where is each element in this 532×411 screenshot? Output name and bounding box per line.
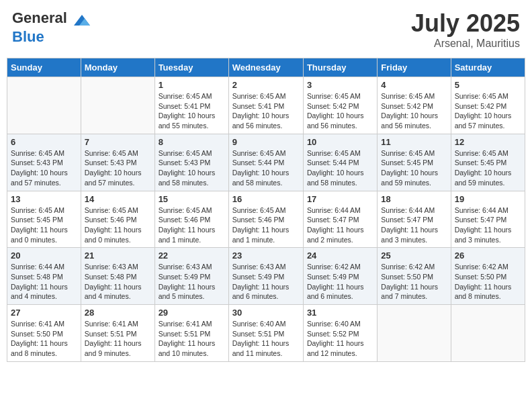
day-info: Sunrise: 6:45 AM Sunset: 5:41 PM Dayligh…	[232, 91, 300, 131]
day-number: 25	[381, 250, 447, 261]
table-row: 9Sunrise: 6:45 AM Sunset: 5:44 PM Daylig…	[228, 134, 303, 191]
day-info: Sunrise: 6:44 AM Sunset: 5:47 PM Dayligh…	[381, 205, 447, 245]
table-row: 17Sunrise: 6:44 AM Sunset: 5:47 PM Dayli…	[303, 191, 377, 248]
day-info: Sunrise: 6:43 AM Sunset: 5:48 PM Dayligh…	[85, 262, 151, 302]
table-row: 25Sunrise: 6:42 AM Sunset: 5:50 PM Dayli…	[378, 248, 451, 305]
logo-icon	[71, 9, 93, 31]
table-row: 20Sunrise: 6:44 AM Sunset: 5:48 PM Dayli…	[7, 248, 81, 305]
table-row: 6Sunrise: 6:45 AM Sunset: 5:43 PM Daylig…	[7, 134, 81, 191]
day-number: 22	[159, 250, 225, 261]
col-saturday: Saturday	[451, 58, 525, 77]
col-friday: Friday	[378, 58, 451, 77]
day-number: 30	[232, 308, 300, 318]
table-row: 28Sunrise: 6:41 AM Sunset: 5:51 PM Dayli…	[81, 305, 154, 362]
day-number: 16	[232, 194, 300, 204]
table-row	[81, 77, 154, 134]
calendar-week-row: 1Sunrise: 6:45 AM Sunset: 5:41 PM Daylig…	[7, 77, 525, 134]
table-row: 26Sunrise: 6:42 AM Sunset: 5:50 PM Dayli…	[451, 248, 525, 305]
day-info: Sunrise: 6:42 AM Sunset: 5:50 PM Dayligh…	[381, 262, 447, 302]
day-info: Sunrise: 6:45 AM Sunset: 5:44 PM Dayligh…	[232, 148, 300, 188]
day-info: Sunrise: 6:45 AM Sunset: 5:46 PM Dayligh…	[85, 205, 151, 245]
table-row: 5Sunrise: 6:45 AM Sunset: 5:42 PM Daylig…	[451, 77, 525, 134]
day-number: 29	[159, 308, 225, 318]
table-row: 16Sunrise: 6:45 AM Sunset: 5:46 PM Dayli…	[228, 191, 303, 248]
table-row: 18Sunrise: 6:44 AM Sunset: 5:47 PM Dayli…	[378, 191, 451, 248]
day-info: Sunrise: 6:45 AM Sunset: 5:43 PM Dayligh…	[159, 148, 225, 188]
calendar-header-row: Sunday Monday Tuesday Wednesday Thursday…	[7, 58, 525, 77]
day-info: Sunrise: 6:42 AM Sunset: 5:49 PM Dayligh…	[307, 262, 373, 302]
table-row: 19Sunrise: 6:44 AM Sunset: 5:47 PM Dayli…	[451, 191, 525, 248]
table-row: 23Sunrise: 6:43 AM Sunset: 5:49 PM Dayli…	[228, 248, 303, 305]
table-row	[451, 305, 525, 362]
day-number: 11	[381, 137, 447, 147]
day-number: 21	[85, 250, 151, 261]
table-row: 14Sunrise: 6:45 AM Sunset: 5:46 PM Dayli…	[81, 191, 154, 248]
table-row: 30Sunrise: 6:40 AM Sunset: 5:51 PM Dayli…	[228, 305, 303, 362]
table-row: 11Sunrise: 6:45 AM Sunset: 5:45 PM Dayli…	[378, 134, 451, 191]
day-number: 26	[455, 250, 521, 261]
table-row: 24Sunrise: 6:42 AM Sunset: 5:49 PM Dayli…	[303, 248, 377, 305]
day-info: Sunrise: 6:45 AM Sunset: 5:42 PM Dayligh…	[381, 91, 447, 131]
day-number: 7	[85, 137, 151, 147]
day-number: 8	[159, 137, 225, 147]
day-info: Sunrise: 6:45 AM Sunset: 5:41 PM Dayligh…	[159, 91, 225, 131]
day-number: 5	[455, 80, 521, 90]
location-subtitle: Arsenal, Mauritius	[411, 38, 520, 50]
table-row: 1Sunrise: 6:45 AM Sunset: 5:41 PM Daylig…	[154, 77, 228, 134]
day-info: Sunrise: 6:41 AM Sunset: 5:51 PM Dayligh…	[159, 319, 225, 359]
day-info: Sunrise: 6:45 AM Sunset: 5:44 PM Dayligh…	[307, 148, 373, 188]
table-row: 27Sunrise: 6:41 AM Sunset: 5:50 PM Dayli…	[7, 305, 81, 362]
table-row: 15Sunrise: 6:45 AM Sunset: 5:46 PM Dayli…	[154, 191, 228, 248]
calendar-week-row: 27Sunrise: 6:41 AM Sunset: 5:50 PM Dayli…	[7, 305, 525, 362]
day-number: 23	[232, 250, 300, 261]
day-number: 20	[11, 250, 77, 261]
table-row: 22Sunrise: 6:43 AM Sunset: 5:49 PM Dayli…	[154, 248, 228, 305]
day-number: 9	[232, 137, 300, 147]
title-block: July 2025 Arsenal, Mauritius	[411, 9, 520, 50]
day-info: Sunrise: 6:45 AM Sunset: 5:42 PM Dayligh…	[307, 91, 373, 131]
day-number: 3	[307, 80, 373, 90]
day-info: Sunrise: 6:44 AM Sunset: 5:47 PM Dayligh…	[307, 205, 373, 245]
col-tuesday: Tuesday	[154, 58, 228, 77]
calendar-table: Sunday Monday Tuesday Wednesday Thursday…	[7, 58, 525, 362]
day-info: Sunrise: 6:45 AM Sunset: 5:43 PM Dayligh…	[11, 148, 77, 188]
day-number: 31	[307, 308, 373, 318]
table-row: 8Sunrise: 6:45 AM Sunset: 5:43 PM Daylig…	[154, 134, 228, 191]
table-row	[7, 77, 81, 134]
day-number: 28	[85, 308, 151, 318]
day-number: 2	[232, 80, 300, 90]
day-info: Sunrise: 6:45 AM Sunset: 5:46 PM Dayligh…	[232, 205, 300, 245]
table-row	[378, 305, 451, 362]
day-info: Sunrise: 6:45 AM Sunset: 5:45 PM Dayligh…	[381, 148, 447, 188]
col-sunday: Sunday	[7, 58, 81, 77]
month-title: July 2025	[411, 9, 520, 38]
table-row: 21Sunrise: 6:43 AM Sunset: 5:48 PM Dayli…	[81, 248, 154, 305]
day-number: 1	[159, 80, 225, 90]
table-row: 10Sunrise: 6:45 AM Sunset: 5:44 PM Dayli…	[303, 134, 377, 191]
day-info: Sunrise: 6:45 AM Sunset: 5:43 PM Dayligh…	[85, 148, 151, 188]
day-number: 6	[11, 137, 77, 147]
day-info: Sunrise: 6:40 AM Sunset: 5:51 PM Dayligh…	[232, 319, 300, 359]
day-info: Sunrise: 6:45 AM Sunset: 5:45 PM Dayligh…	[455, 148, 521, 188]
day-info: Sunrise: 6:43 AM Sunset: 5:49 PM Dayligh…	[159, 262, 225, 302]
day-info: Sunrise: 6:41 AM Sunset: 5:51 PM Dayligh…	[85, 319, 151, 359]
day-number: 19	[455, 194, 521, 204]
day-info: Sunrise: 6:44 AM Sunset: 5:47 PM Dayligh…	[455, 205, 521, 245]
calendar-week-row: 6Sunrise: 6:45 AM Sunset: 5:43 PM Daylig…	[7, 134, 525, 191]
table-row: 3Sunrise: 6:45 AM Sunset: 5:42 PM Daylig…	[303, 77, 377, 134]
day-info: Sunrise: 6:42 AM Sunset: 5:50 PM Dayligh…	[455, 262, 521, 302]
page-header: General Blue July 2025 Arsenal, Mauritiu…	[7, 7, 525, 52]
logo: General Blue	[12, 9, 93, 46]
day-number: 18	[381, 194, 447, 204]
table-row: 7Sunrise: 6:45 AM Sunset: 5:43 PM Daylig…	[81, 134, 154, 191]
col-wednesday: Wednesday	[228, 58, 303, 77]
day-info: Sunrise: 6:45 AM Sunset: 5:45 PM Dayligh…	[11, 205, 77, 245]
day-number: 13	[11, 194, 77, 204]
col-thursday: Thursday	[303, 58, 377, 77]
day-number: 17	[307, 194, 373, 204]
calendar-week-row: 13Sunrise: 6:45 AM Sunset: 5:45 PM Dayli…	[7, 191, 525, 248]
table-row: 31Sunrise: 6:40 AM Sunset: 5:52 PM Dayli…	[303, 305, 377, 362]
day-info: Sunrise: 6:45 AM Sunset: 5:42 PM Dayligh…	[455, 91, 521, 131]
day-info: Sunrise: 6:45 AM Sunset: 5:46 PM Dayligh…	[159, 205, 225, 245]
day-info: Sunrise: 6:43 AM Sunset: 5:49 PM Dayligh…	[232, 262, 300, 302]
